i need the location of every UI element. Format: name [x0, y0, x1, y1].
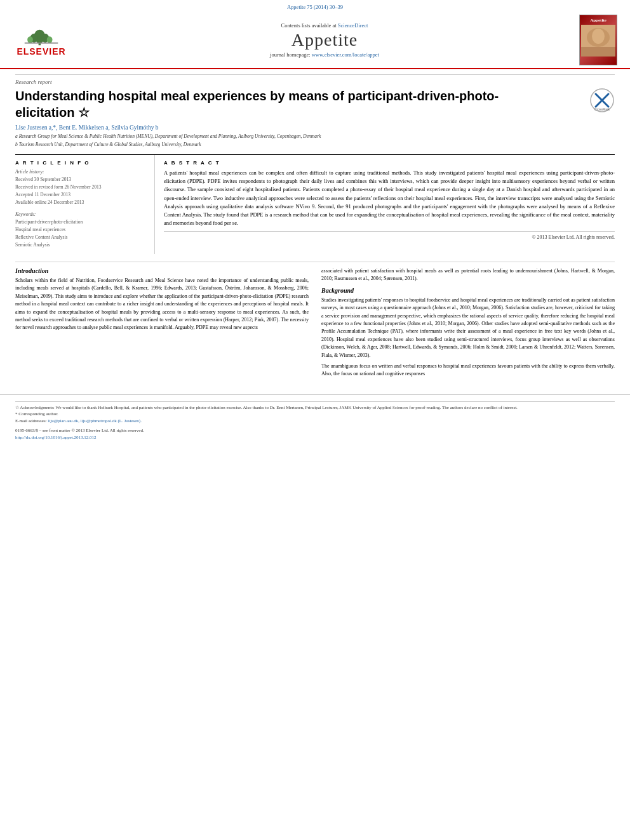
doi-link[interactable]: http://dx.doi.org/10.1016/j.appet.2013.1…	[15, 435, 97, 440]
cover-artwork	[581, 25, 615, 57]
journal-header: Appetite 75 (2014) 30–39 ELSEVIER Cont	[0, 0, 630, 69]
article-dates: Received 30 September 2013 Received in r…	[15, 176, 147, 206]
intro-para-2: associated with patient satisfaction wit…	[321, 267, 615, 283]
keyword-2: Hospital meal experiences	[15, 226, 147, 234]
right-body-column: associated with patient satisfaction wit…	[321, 267, 615, 382]
journal-banner: ELSEVIER Contents lists available at Sci…	[13, 12, 617, 68]
issn-text: 0195-6663/$ – see front matter © 2013 El…	[15, 428, 144, 433]
background-para-1: Studies investigating patients' response…	[321, 297, 615, 359]
background-para-2: The unambiguous focus on written and ver…	[321, 363, 615, 378]
journal-center: Contents lists available at ScienceDirec…	[70, 22, 579, 58]
intro-para-1: Scholars within the field of Nutrition, …	[15, 277, 309, 332]
elsevier-tree-icon	[19, 24, 64, 46]
authors-line: Lise Justesen a,*, Bent E. Mikkelsen a, …	[15, 124, 615, 131]
date-revised: Received in revised form 26 November 201…	[15, 183, 147, 191]
email-label: E-mail addresses:	[15, 418, 47, 423]
article-info-abstract-section: A R T I C L E I N F O Article history: R…	[15, 154, 615, 254]
elsevier-wordmark: ELSEVIER	[17, 46, 65, 57]
svg-point-4	[27, 36, 33, 43]
abstract-label: A B S T R A C T	[164, 160, 615, 166]
svg-rect-10	[581, 47, 615, 57]
cover-title: Appetite	[590, 18, 607, 23]
keyword-4: Semiotic Analysis	[15, 241, 147, 249]
abstract-column: A B S T R A C T A patients' hospital mea…	[155, 155, 615, 254]
corresponding-note: * Corresponding author.	[15, 411, 615, 418]
main-content: Research report Understanding hospital m…	[0, 69, 630, 388]
background-text: Studies investigating patients' response…	[321, 297, 615, 378]
doi-line: http://dx.doi.org/10.1016/j.appet.2013.1…	[15, 433, 615, 440]
article-type: Research report	[15, 74, 615, 85]
intro-text: Scholars within the field of Nutrition, …	[15, 277, 309, 332]
footer-bar: 0195-6663/$ – see front matter © 2013 El…	[15, 428, 615, 433]
background-heading: Background	[321, 287, 615, 294]
acknowledgment: ☆ Acknowledgments: We would like to than…	[15, 404, 615, 411]
crossmark-badge[interactable]: CrossMark	[589, 88, 615, 114]
body-section: Introduction Scholars within the field o…	[15, 262, 615, 382]
date-accepted: Accepted 11 December 2013	[15, 191, 147, 199]
elsevier-logo: ELSEVIER	[13, 23, 70, 58]
intro-heading: Introduction	[15, 267, 309, 274]
keywords-label: Keywords:	[15, 211, 147, 217]
journal-homepage: journal homepage: www.elsevier.com/locat…	[83, 51, 566, 58]
journal-title: Appetite	[83, 30, 566, 50]
sciencedirect-line: Contents lists available at ScienceDirec…	[83, 22, 566, 29]
article-title: Understanding hospital meal experiences …	[15, 88, 511, 121]
keyword-1: Participant-driven-photo-elicitation	[15, 218, 147, 226]
svg-point-9	[592, 29, 605, 44]
page-footer: ☆ Acknowledgments: We would like to than…	[0, 394, 630, 444]
affiliation-a: a Research Group for Meal Science & Publ…	[15, 133, 615, 140]
journal-cover-image: Appetite	[579, 15, 617, 65]
article-info-label: A R T I C L E I N F O	[15, 160, 147, 166]
footer-divider	[15, 401, 615, 402]
svg-rect-6	[25, 42, 58, 43]
article-info-column: A R T I C L E I N F O Article history: R…	[15, 155, 155, 254]
page: Appetite 75 (2014) 30–39 ELSEVIER Cont	[0, 0, 630, 840]
date-online: Available online 24 December 2013	[15, 199, 147, 206]
affiliation-b: b Tourism Research Unit, Department of C…	[15, 142, 615, 149]
copyright: © 2013 Elsevier Ltd. All rights reserved…	[164, 231, 615, 240]
svg-point-5	[47, 36, 53, 43]
abstract-text: A patients' hospital meal experiences ca…	[164, 169, 615, 227]
history-label: Article history:	[15, 169, 147, 175]
intro-continuation: associated with patient satisfaction wit…	[321, 267, 615, 283]
email-line: E-mail addresses: liju@plan.aau.dk, liju…	[15, 418, 615, 425]
email-values[interactable]: liju@plan.aau.dk, liju@phmetropol.dk (L.…	[48, 418, 142, 423]
journal-ref: Appetite 75 (2014) 30–39	[13, 4, 617, 10]
homepage-url[interactable]: www.elsevier.com/locate/appet	[312, 51, 379, 58]
keyword-3: Reflexive Content Analysis	[15, 234, 147, 241]
date-received: Received 30 September 2013	[15, 176, 147, 183]
sciencedirect-link[interactable]: ScienceDirect	[338, 22, 368, 29]
intro-column: Introduction Scholars within the field o…	[15, 267, 309, 382]
svg-text:CrossMark: CrossMark	[594, 107, 610, 111]
